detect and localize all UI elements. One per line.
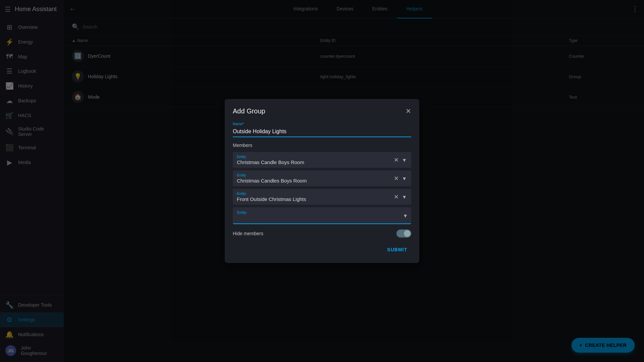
dialog-header: Add Group ✕ — [233, 107, 411, 115]
dialog-overlay[interactable]: Add Group ✕ Name* Members Entity Christm… — [0, 0, 644, 362]
hide-members-row: Hide members — [233, 229, 411, 238]
members-label: Members — [233, 143, 411, 148]
entity-clear-1[interactable]: ✕ — [392, 174, 400, 183]
entity-value-2: Front Outside Christmas Lights — [237, 196, 392, 202]
entity-empty-input[interactable] — [237, 215, 404, 221]
entity-empty-label: Entity — [237, 210, 404, 214]
entity-value-1: Christmas Candles Boys Room — [237, 178, 392, 184]
name-field: Name* — [233, 122, 411, 137]
dialog-close-button[interactable]: ✕ — [406, 107, 411, 115]
entity-clear-2[interactable]: ✕ — [392, 193, 400, 201]
entity-label-2: Entity — [237, 192, 392, 196]
entity-expand-1[interactable]: ▾ — [401, 174, 407, 183]
entity-label-1: Entity — [237, 173, 392, 177]
entity-value-0: Christmas Candle Boys Room — [237, 159, 392, 165]
toggle-knob — [404, 230, 411, 237]
entity-row-1: Entity Christmas Candles Boys Room ✕ ▾ — [233, 170, 411, 186]
entity-label-0: Entity — [237, 155, 392, 159]
entity-row-2: Entity Front Outside Christmas Lights ✕ … — [233, 189, 411, 205]
entity-empty-row: Entity ▾ — [233, 207, 411, 224]
name-input[interactable] — [233, 127, 411, 137]
dialog-footer: SUBMIT — [233, 244, 411, 255]
entity-expand-2[interactable]: ▾ — [401, 193, 407, 201]
entity-clear-0[interactable]: ✕ — [392, 156, 400, 164]
name-field-label: Name* — [233, 122, 411, 126]
dialog-title: Add Group — [233, 107, 265, 115]
add-group-dialog: Add Group ✕ Name* Members Entity Christm… — [225, 99, 419, 263]
hide-members-toggle[interactable] — [396, 229, 411, 238]
hide-members-label: Hide members — [233, 231, 263, 236]
entity-expand-0[interactable]: ▾ — [401, 156, 407, 164]
entity-empty-expand[interactable]: ▾ — [404, 212, 407, 219]
submit-button[interactable]: SUBMIT — [383, 244, 411, 255]
entity-row-0: Entity Christmas Candle Boys Room ✕ ▾ — [233, 152, 411, 168]
